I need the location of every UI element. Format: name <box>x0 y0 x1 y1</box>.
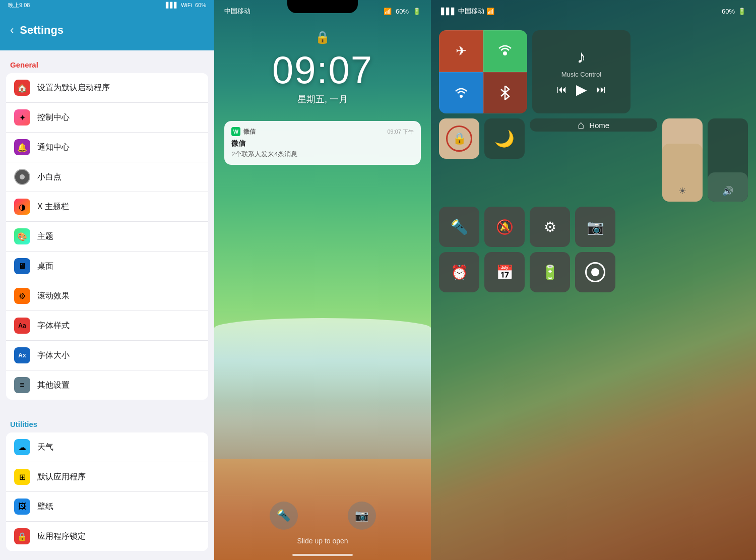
settings-item-font-style[interactable]: Aa 字体样式 <box>6 311 208 341</box>
clock-tile[interactable]: ⏰ <box>439 252 479 292</box>
screen-record-tile[interactable] <box>575 252 615 292</box>
lockscreen-wave <box>214 318 431 459</box>
settings-item-control-center[interactable]: ✦ 控制中心 <box>6 103 208 133</box>
home-button[interactable]: ⌂ Home <box>530 118 657 132</box>
lock-screen-date: 星期五, 一月 <box>297 93 348 105</box>
wifi-button[interactable] <box>439 72 483 114</box>
home-and-row: ⌂ Home <box>530 118 657 132</box>
silent-mode-tile[interactable]: 🔕 <box>484 207 525 247</box>
notification-time: 09:07 下午 <box>387 128 414 136</box>
utilities-section-header: Utilities <box>0 410 214 432</box>
notification-card[interactable]: W 微信 09:07 下午 微信 2个联系人发来4条消息 <box>224 121 421 165</box>
flashlight-tile[interactable]: 🔦 <box>439 207 479 247</box>
calendar-tile[interactable]: 📅 <box>484 252 525 292</box>
prev-track-button[interactable]: ⏮ <box>557 84 567 95</box>
settings-item-weather[interactable]: ☁ 天气 <box>6 432 208 462</box>
volume-icon: 🔊 <box>722 185 733 197</box>
svg-point-0 <box>503 51 507 55</box>
flashlight-button[interactable]: 🔦 <box>270 502 298 530</box>
cc-signal: ▋▋▋ <box>441 8 456 15</box>
settings-battery: 60% <box>195 2 206 8</box>
notification-center-label: 通知中心 <box>37 142 70 153</box>
settings-item-app-lock[interactable]: 🔒 应用程序锁定 <box>6 522 208 551</box>
lockscreen-panel: 中国移动 📶 60% 🔋 🔒 09:07 星期五, 一月 W 微信 09:07 … <box>214 0 431 560</box>
default-launch-label: 设置为默认启动程序 <box>37 83 110 93</box>
bluetooth-button[interactable] <box>483 72 528 114</box>
music-playback-controls: ⏮ ▶ ⏭ <box>557 81 606 98</box>
default-apps-label: 默认应用程序 <box>37 472 86 482</box>
default-apps-icon: ⊞ <box>14 469 30 485</box>
ls-battery-icon: 🔋 <box>413 8 421 15</box>
lock-icon: 🔒 <box>315 30 330 44</box>
volume-slider[interactable]: 🔊 <box>708 118 748 202</box>
bluetooth-icon <box>499 86 511 100</box>
app-lock-label: 应用程序锁定 <box>37 531 86 542</box>
settings-item-scroll-effect[interactable]: ⚙ 滚动效果 <box>6 281 208 311</box>
lock-screen-time: 09:07 <box>272 48 373 92</box>
hotspot-button[interactable] <box>483 30 528 72</box>
cc-wifi-status: 📶 <box>486 8 494 15</box>
cc-battery-percent: 60% <box>722 8 735 15</box>
airplane-mode-button[interactable]: ✈ <box>439 30 483 72</box>
wechat-icon: W <box>231 127 240 136</box>
settings-item-other-settings[interactable]: ≡ 其他设置 <box>6 370 208 400</box>
notification-app-name: 微信 <box>243 128 256 136</box>
home-label: Home <box>589 121 609 130</box>
svg-point-1 <box>460 95 463 98</box>
next-track-button[interactable]: ⏭ <box>596 84 606 95</box>
music-control-label: Music Control <box>561 71 601 78</box>
other-settings-label: 其他设置 <box>37 380 70 391</box>
settings-item-wallpaper[interactable]: 🖼 壁纸 <box>6 492 208 522</box>
control-center-panel: ▋▋▋ 中国移动 📶 60% 🔋 ✈ <box>431 0 756 560</box>
hotspot-icon <box>497 43 513 58</box>
camera-tile[interactable]: 📷 <box>575 207 615 247</box>
settings-item-theme[interactable]: 🎨 主题 <box>6 222 208 252</box>
other-settings-icon: ≡ <box>14 377 30 393</box>
settings-item-x-theme[interactable]: ◑ X 主题栏 <box>6 192 208 222</box>
camera-button[interactable]: 📷 <box>348 502 376 530</box>
settings-item-default-apps[interactable]: ⊞ 默认应用程序 <box>6 462 208 492</box>
notification-app-info: W 微信 <box>231 127 256 136</box>
phone-notch <box>287 0 358 13</box>
font-size-label: 字体大小 <box>37 350 70 361</box>
music-control-tile[interactable]: ♪ Music Control ⏮ ▶ ⏭ <box>532 30 631 113</box>
settings-tile[interactable]: ⚙ <box>530 207 570 247</box>
moon-icon: 🌙 <box>494 129 515 148</box>
ls-wifi-icon: 📶 <box>384 8 392 15</box>
clock-icon: ⏰ <box>451 264 468 281</box>
cc-status-bar: ▋▋▋ 中国移动 📶 60% 🔋 <box>431 0 756 22</box>
notification-center-icon: 🔔 <box>14 139 30 155</box>
lock-rotation-button[interactable]: 🔒 <box>439 118 479 159</box>
settings-item-desktop[interactable]: 🖥 桌面 <box>6 252 208 281</box>
ls-battery-percent: 60% <box>396 8 409 15</box>
camera-icon: 📷 <box>587 219 604 235</box>
home-icon: ⌂ <box>578 118 584 132</box>
settings-item-assistive-touch[interactable]: 小白点 <box>6 162 208 192</box>
font-style-icon: Aa <box>14 318 30 334</box>
do-not-disturb-button[interactable]: 🌙 <box>484 118 525 159</box>
control-center-label: 控制中心 <box>37 112 70 123</box>
scroll-effect-label: 滚动效果 <box>37 291 70 301</box>
settings-item-font-size[interactable]: Ax 字体大小 <box>6 341 208 370</box>
desktop-label: 桌面 <box>37 261 53 272</box>
lockscreen-bottom-actions: 🔦 📷 <box>214 502 431 530</box>
back-button[interactable]: ‹ <box>10 24 14 37</box>
settings-item-notification-center[interactable]: 🔔 通知中心 <box>6 133 208 162</box>
assistive-touch-label: 小白点 <box>37 172 61 182</box>
cc-carrier: 中国移动 <box>458 7 484 16</box>
settings-time: 晚上9:08 <box>8 2 30 9</box>
connectivity-group: ✈ <box>439 30 527 113</box>
battery-tile[interactable]: 🔋 <box>530 252 570 292</box>
notification-title: 微信 <box>231 139 414 148</box>
weather-label: 天气 <box>37 442 53 453</box>
cc-row-2: 🔒 🌙 ⌂ Home ☀ 🔊 <box>439 118 748 202</box>
theme-label: 主题 <box>37 231 53 242</box>
silent-icon: 🔕 <box>496 219 514 235</box>
settings-signal: ▋▋▋ <box>166 2 178 9</box>
control-center-icon: ✦ <box>14 109 30 126</box>
cc-row-4: ⏰ 📅 🔋 <box>439 252 748 292</box>
play-pause-button[interactable]: ▶ <box>576 81 587 98</box>
theme-icon: 🎨 <box>14 228 30 244</box>
brightness-slider[interactable]: ☀ <box>662 118 703 202</box>
settings-item-default-launch[interactable]: 🏠 设置为默认启动程序 <box>6 73 208 103</box>
